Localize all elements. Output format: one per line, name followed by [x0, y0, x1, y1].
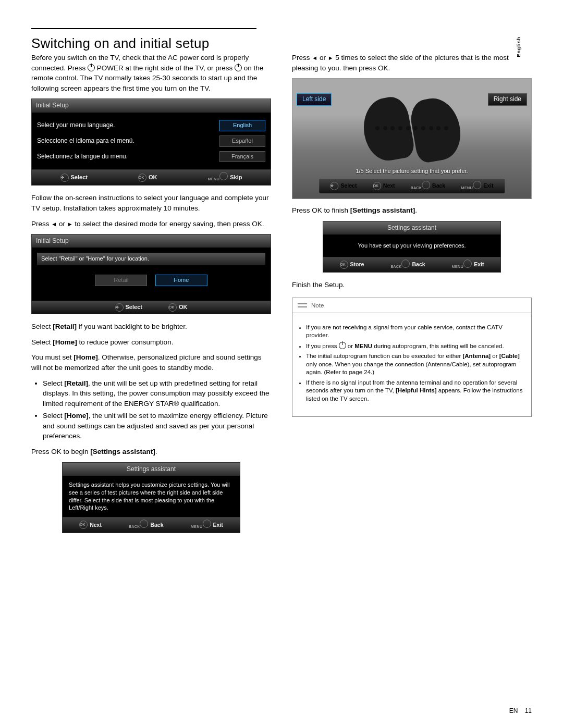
- osd-prompt: Select "Retail" or "Home" for your locat…: [37, 253, 265, 265]
- power-icon: [88, 64, 95, 71]
- press-finish-text: Press OK to finish [Settings assistant].: [292, 205, 532, 216]
- dpad-icon: ✥: [60, 174, 69, 182]
- note-box: Note If you are not receiving a signal f…: [292, 298, 532, 417]
- osd-title: Initial Setup: [32, 99, 271, 112]
- osd-label: Seleccione el idioma para el menú.: [37, 137, 134, 145]
- right-arrow-icon: ►: [328, 55, 334, 61]
- dpad-icon: ✥: [115, 303, 124, 312]
- osd-row: Select your menu language. English: [37, 118, 265, 133]
- osd-footer: ✥Select OKNext BACKBack MENUExit: [319, 179, 505, 193]
- language-option-english[interactable]: English: [219, 120, 265, 131]
- note-item: If you are not receiving a signal from y…: [306, 324, 524, 340]
- right-arrow-icon: ►: [67, 221, 73, 227]
- must-home-note: You must set [Home]. Otherwise, personal…: [31, 352, 271, 373]
- foot-back: Back: [150, 521, 163, 529]
- picture-preview: Left side Right side 1/5 Select the pict…: [292, 78, 532, 199]
- right-side-button[interactable]: Right side: [488, 93, 527, 105]
- osd-footer: ✥Select OKOK MENUSkip: [32, 169, 271, 185]
- foot-select: Select: [126, 303, 142, 312]
- osd-settings-assistant-done: Settings assistant You have set up your …: [323, 221, 501, 273]
- osd-initial-setup-language: Initial Setup Select your menu language.…: [31, 98, 271, 186]
- foot-exit: Exit: [474, 261, 484, 268]
- foot-select: Select: [71, 174, 88, 182]
- menu-icon: [473, 181, 481, 189]
- osd-title: Settings assistant: [323, 221, 500, 235]
- menu-icon: [219, 172, 228, 180]
- assistant-done-text: You have set up your viewing preferences…: [328, 240, 495, 252]
- osd-body: Select "Retail" or "Home" for your locat…: [32, 248, 271, 301]
- location-retail-button[interactable]: Retail: [95, 275, 147, 286]
- home-note: Select [Home] to reduce power consumptio…: [31, 337, 271, 348]
- menu-icon: [463, 260, 472, 268]
- footer-lang: EN: [509, 707, 518, 714]
- note-item: The initial autoprogram function can be …: [306, 352, 524, 377]
- foot-select: Select: [340, 182, 357, 190]
- foot-back: Back: [432, 182, 445, 190]
- osd-initial-setup-location: Initial Setup Select "Retail" or "Home" …: [31, 234, 271, 314]
- ok-icon: OK: [373, 182, 381, 190]
- page-footer: EN 11: [509, 707, 532, 714]
- retail-note: Select [Retail] if you want backlight to…: [31, 322, 271, 332]
- note-label: Note: [311, 301, 324, 310]
- location-bullets: Select [Retail], the unit will be set up…: [31, 378, 271, 441]
- foot-store: Store: [350, 261, 364, 268]
- press-begin-text: Press OK to begin [Settings assistant].: [31, 447, 271, 457]
- power-icon: [235, 64, 242, 71]
- foot-ok: OK: [179, 303, 188, 312]
- language-option-francais[interactable]: Français: [219, 151, 265, 163]
- ok-icon: OK: [340, 261, 348, 269]
- back-icon: [140, 520, 148, 528]
- osd-title: Settings assistant: [63, 463, 240, 476]
- power-icon: [339, 342, 346, 349]
- assistant-intro-text: Settings assistant helps you customize p…: [68, 479, 235, 514]
- after-osd1-text: Follow the on-screen instructions to sel…: [31, 193, 271, 213]
- note-item: If there is no signal input from the ant…: [306, 379, 524, 403]
- language-tab: English: [516, 36, 521, 57]
- press-mode-text: Press ◄ or ► to select the desired mode …: [31, 219, 271, 229]
- page-heading: Switching on and initial setup: [31, 35, 532, 52]
- ok-icon: OK: [168, 303, 177, 312]
- osd-settings-assistant-intro: Settings assistant Settings assistant he…: [62, 462, 240, 533]
- picture-banner: 1/5 Select the picture setting that you …: [356, 167, 468, 176]
- osd-footer: OKNext BACKBack MENUExit: [63, 517, 240, 532]
- osd-footer: OKStore BACKBack MENUExit: [323, 257, 500, 272]
- foot-exit: Exit: [483, 182, 493, 190]
- back-icon: [401, 260, 410, 268]
- footer-page: 11: [525, 707, 532, 714]
- foot-back: Back: [412, 261, 425, 268]
- note-item: If you press or MENU during autoprogram,…: [306, 342, 524, 351]
- intro-text: Before you switch on the TV, check that …: [31, 53, 271, 93]
- back-icon: [422, 181, 430, 189]
- language-option-espanol[interactable]: Español: [219, 135, 265, 147]
- dpad-icon: ✥: [330, 182, 338, 190]
- foot-skip: Skip: [230, 174, 242, 182]
- menu-icon: [203, 520, 211, 528]
- osd-label: Sélectionnez la langue du menu.: [37, 152, 128, 161]
- finish-setup-text: Finish the Setup.: [292, 280, 532, 290]
- press-sides-text: Press ◄ or ► 5 times to select the side …: [292, 53, 532, 73]
- left-side-button[interactable]: Left side: [297, 93, 332, 105]
- foot-next: Next: [383, 182, 395, 190]
- ok-icon: OK: [79, 521, 88, 529]
- left-arrow-icon: ◄: [51, 221, 57, 227]
- note-icon: [298, 302, 307, 309]
- osd-footer: ✥Select OKOK: [32, 301, 271, 314]
- osd-title: Initial Setup: [32, 235, 271, 248]
- ok-icon: OK: [138, 174, 146, 182]
- osd-row: Sélectionnez la langue du menu. Français: [37, 149, 265, 165]
- osd-body: Select your menu language. English Selec…: [32, 113, 271, 170]
- foot-ok: OK: [149, 174, 157, 182]
- osd-label: Select your menu language.: [37, 121, 115, 130]
- osd-row: Seleccione el idioma para el menú. Españ…: [37, 133, 265, 149]
- left-arrow-icon: ◄: [312, 55, 317, 61]
- heading-rule: [31, 28, 256, 29]
- location-home-button[interactable]: Home: [155, 275, 207, 286]
- menu-tiny-label: MENU: [208, 177, 220, 182]
- foot-next: Next: [90, 521, 102, 529]
- note-list: If you are not receiving a signal from y…: [292, 319, 531, 411]
- foot-exit: Exit: [213, 521, 223, 529]
